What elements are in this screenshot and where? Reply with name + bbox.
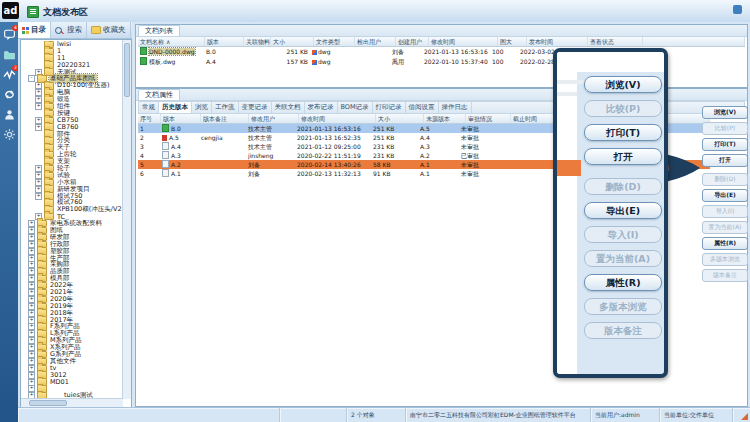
tree-node[interactable]: +组件 [22,103,122,110]
button-打印t[interactable]: 打印(T) [702,138,748,151]
cell-modify-time: 2020-02-13 11:32:13 [295,169,371,179]
properties-tab[interactable]: 打印记录 [373,102,406,113]
column-header[interactable]: 版本 [205,37,244,46]
button-置为当前a[interactable]: 置为当前(A) [702,221,748,234]
cell-approval-status: 未审批 [459,169,503,179]
button-属性r[interactable]: 属性(R) [702,237,748,250]
column-header[interactable]: 大小 [376,114,424,123]
properties-tab[interactable]: BOM记录 [338,102,373,113]
column-header[interactable]: 序号 [138,114,161,123]
popup-button-导出e[interactable]: 导出(E) [584,202,662,219]
tree-horizontal-scrollbar[interactable] [21,398,123,407]
scrollbar-thumb[interactable] [29,400,67,406]
column-header[interactable]: 版本 [161,114,201,123]
popup-button-比较p[interactable]: 比较(P) [584,100,662,117]
tree-node[interactable]: +上齿轮 [22,151,122,158]
column-header[interactable]: 查看状态 [588,37,643,46]
settings-icon[interactable] [3,128,16,141]
popup-button-导入i[interactable]: 导入(I) [584,226,662,243]
version-text: A.2 [171,161,181,168]
properties-tab[interactable]: 变更记录 [239,102,272,113]
popup-button-多版本浏览[interactable]: 多版本浏览 [584,298,662,315]
column-header[interactable]: 修改时间 [429,37,498,46]
titlebar-corner-icon[interactable] [733,5,742,14]
popup-button-置为当前a[interactable]: 置为当前(A) [584,250,662,267]
column-header[interactable]: 截止时间 [511,114,556,123]
resize-grip[interactable] [733,408,750,422]
version-file-icon [162,169,169,177]
sidebar-tab-label: 收藏夹 [103,25,126,35]
tree-expander[interactable]: - [28,75,35,82]
column-header[interactable]: 文件类型 [314,37,355,46]
popup-button-删除d[interactable]: 删除(D) [584,178,662,195]
cell-version: A.1 [160,169,199,179]
button-比较p[interactable]: 比较(P) [702,122,748,135]
sidebar-tab-label: 目录 [31,25,46,35]
document-properties-tab[interactable]: 文档属性 [138,89,180,100]
properties-tab[interactable]: 工作流 [212,102,239,113]
column-header[interactable]: 大小 [271,37,314,46]
tree-node[interactable]: +lwisi [22,41,122,48]
version-text: A.5 [169,134,179,141]
button-打开[interactable]: 打开 [702,154,748,167]
button-删除d[interactable]: 删除(D) [702,173,748,186]
user-icon[interactable] [3,108,16,121]
column-header[interactable]: 审批情况 [466,114,511,123]
tree-vertical-scrollbar[interactable] [122,40,131,399]
sidebar-tab-favorites[interactable]: 收藏夹 [87,22,131,38]
button-版本备注[interactable]: 版本备注 [702,269,748,282]
column-header[interactable]: 文档名称 ∧ [138,37,205,46]
sidebar-tab-strip: 目录搜索收藏夹 [18,22,132,39]
button-导出e[interactable]: 导出(E) [702,189,748,202]
column-header[interactable]: 图大 [498,37,527,46]
properties-tab[interactable]: 历史版本 [159,102,192,113]
messages-icon[interactable]: 4 [3,28,16,41]
column-header[interactable]: 修改用户 [249,114,299,123]
popup-button-版本备注[interactable]: 版本备注 [584,322,662,339]
dwg-file-icon [140,47,147,55]
popup-button-属性r[interactable]: 属性(R) [584,274,662,291]
document-list-tab[interactable]: 文档列表 [138,25,180,36]
column-header[interactable]: 来源版本 [424,114,466,123]
column-header[interactable]: 关联物料 [244,37,271,46]
tree-node-label: MD01 [49,378,70,386]
column-header[interactable]: 发布时间 [527,37,588,46]
column-header[interactable]: 版本备注 [201,114,249,123]
properties-tab[interactable]: 借阅设置 [406,102,439,113]
properties-tab[interactable]: 发布记录 [305,102,338,113]
magnified-selected-row-fragment [557,160,581,176]
tree-expander[interactable]: + [35,124,42,131]
popup-button-打开[interactable]: 打开 [584,148,662,165]
tree-node[interactable]: +CB760 [22,124,122,131]
button-浏览v[interactable]: 浏览(V) [702,106,748,119]
tree-expander[interactable]: + [35,193,42,200]
current-org: 当前单位:交件单位 [660,408,733,422]
column-header[interactable]: 检出用户 [355,37,396,46]
table-header-row: 文档名称 ∧版本关联物料大小文件类型检出用户创建用户修改时间图大发布时间查看状态 [138,37,745,47]
tree-expander[interactable]: + [35,103,42,110]
scrollbar-thumb[interactable] [124,43,130,97]
document-list-tabbar: 文档列表 [136,25,747,37]
tree-node[interactable]: +1 [22,48,122,55]
properties-tab[interactable]: 浏览 [192,102,212,113]
sync-icon[interactable] [3,88,16,101]
projects-icon[interactable] [3,48,16,61]
cell-create-user: 禹用 [390,57,422,67]
activity-icon[interactable]: 2 [3,68,16,81]
cell-modified-time: 2021-01-13 16:53:16 [422,47,490,57]
properties-tab[interactable]: 常规 [139,102,159,113]
status-bar: 2 个对象 南宁市二零二五科技有限公司彩虹EDM-企业图纸管理软件平台 当前用户… [18,407,750,422]
column-header[interactable]: 修改时间 [299,114,376,123]
popup-button-打印t[interactable]: 打印(T) [584,124,662,141]
sidebar-tab-directory[interactable]: 目录 [18,22,51,38]
sidebar-tab-search[interactable]: 搜索 [51,22,87,38]
cell-create-user: 刘备 [390,47,422,57]
popup-button-浏览v[interactable]: 浏览(V) [584,76,662,93]
column-header[interactable]: 创建用户 [396,37,429,46]
button-导入i[interactable]: 导入(I) [702,205,748,218]
button-多版本浏览[interactable]: 多版本浏览 [702,253,748,266]
tree-node[interactable]: +部件 [22,131,122,138]
tree-node[interactable]: +分类 [22,137,122,144]
properties-tab[interactable]: 操作日志 [439,102,472,113]
properties-tab[interactable]: 关联文档 [272,102,305,113]
